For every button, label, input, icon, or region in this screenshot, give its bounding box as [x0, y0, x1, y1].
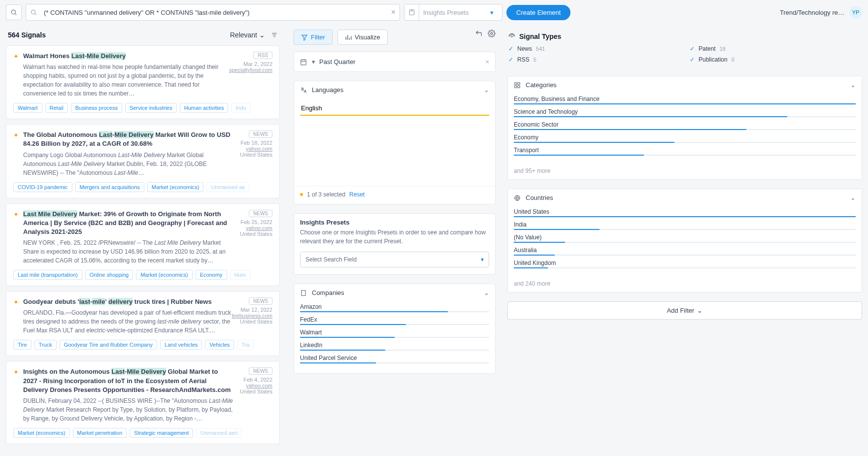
tag[interactable]: Unmanned ae [206, 182, 249, 192]
tag[interactable]: Tra [237, 340, 254, 350]
signal-card[interactable]: ✦Insights on the Autonomous Last-Mile De… [6, 361, 280, 444]
tag[interactable]: Land vehicles [160, 340, 202, 350]
undo-icon[interactable] [475, 30, 483, 45]
chevron-down-icon[interactable]: ⌄ [484, 86, 489, 94]
add-filter-button[interactable]: Add Filter ⌄ [507, 301, 862, 320]
visualize-button[interactable]: Visualize [337, 30, 388, 45]
signal-meta: NEWSFeb 4, 2022yahoo.comUnited States [240, 367, 272, 394]
bar-row[interactable]: Australia [514, 247, 856, 256]
signal-card[interactable]: ✦Goodyear debuts 'last-mile' delivery tr… [6, 291, 280, 356]
tag[interactable]: Market (economics) [13, 428, 70, 438]
bar-label: Australia [514, 247, 856, 254]
tag[interactable]: Last mile (transportation) [13, 270, 82, 280]
tag[interactable]: Market (economics) [147, 182, 204, 192]
tag[interactable]: Human activities [180, 103, 229, 113]
signal-snippet: NEW YORK , Feb. 25, 2022 /PRNewswire/ --… [23, 238, 233, 265]
categories-more[interactable]: and 95+ more [508, 165, 862, 179]
tag[interactable]: Business process [71, 103, 122, 113]
svg-rect-29 [518, 86, 520, 88]
tag[interactable]: COVID-19 pandemic [13, 182, 72, 192]
tag[interactable]: Service industries [125, 103, 177, 113]
settings-icon[interactable] [488, 30, 496, 45]
clear-search-icon[interactable]: × [391, 8, 396, 17]
signal-type-item[interactable]: ✓News541 [508, 45, 680, 52]
bar-row[interactable]: Transport [514, 147, 856, 156]
tag[interactable]: Retail [45, 103, 68, 113]
svg-point-25 [511, 36, 512, 37]
tag[interactable]: Truck [34, 340, 57, 350]
tag[interactable]: Strategic management [130, 428, 193, 438]
bar-row[interactable]: Economy [514, 134, 856, 143]
bar-row[interactable]: (No Value) [514, 234, 856, 243]
tag[interactable]: Indu [231, 103, 250, 113]
sort-dropdown[interactable]: Relevant ⌄ [230, 31, 265, 39]
bar-row[interactable]: Science and Technology [514, 108, 856, 117]
signals-count: 564 Signals [8, 31, 46, 39]
signal-card[interactable]: ✦Walmart Hones Last-Mile DeliveryWalmart… [6, 45, 280, 119]
create-element-button[interactable]: Create Element [506, 5, 570, 20]
chevron-down-icon[interactable]: ⌄ [484, 289, 489, 296]
insights-presets-select[interactable]: Insights Presets ▾ [404, 4, 502, 21]
language-input[interactable] [300, 101, 489, 116]
signal-card[interactable]: ✦The Global Autonomous Last-Mile Deliver… [6, 124, 280, 198]
close-icon[interactable]: × [485, 58, 489, 65]
bar-label: Amazon [300, 303, 489, 310]
chevron-down-icon[interactable]: ⌄ [850, 81, 856, 89]
countries-more[interactable]: and 240 more [508, 278, 862, 292]
signal-snippet: Company Logo Global Autonomous Last-Mile… [23, 151, 233, 177]
signal-source[interactable]: specialtyfood.com [229, 67, 272, 73]
signal-type-badge: NEWS [249, 367, 272, 375]
bar-track [514, 103, 856, 104]
chevron-down-icon[interactable]: ▾ [312, 58, 315, 65]
breadcrumb[interactable]: Trend/Technology re… [780, 9, 844, 16]
signal-source[interactable]: tirebusiness.com [232, 313, 272, 319]
global-search-button[interactable] [6, 4, 22, 20]
tag[interactable]: Goodyear Tire and Rubber Company [60, 340, 157, 350]
signal-type-item[interactable]: ✓Patent18 [690, 45, 861, 52]
tag[interactable]: Mergers and acquisitions [75, 182, 144, 192]
signal-type-item[interactable]: ✓RSS5 [508, 56, 680, 63]
signal-source[interactable]: yahoo.com [240, 146, 272, 152]
bar-row[interactable]: India [514, 221, 856, 230]
bar-row[interactable]: United Parcel Service [300, 355, 489, 363]
bar-row[interactable]: United States [514, 208, 856, 217]
building-icon [300, 290, 308, 296]
bar-fill [514, 116, 787, 117]
bar-label: India [514, 221, 856, 228]
tag[interactable]: Online shopping [85, 270, 134, 280]
tag[interactable]: Vehicles [205, 340, 234, 350]
presets-placeholder: Insights Presets [419, 9, 490, 16]
tag[interactable]: Hum [230, 270, 250, 280]
signal-type-item[interactable]: ✓Publication0 [690, 56, 861, 63]
bar-track [514, 255, 856, 256]
date-range-label[interactable]: Past Quarter [319, 58, 481, 65]
bar-track [300, 311, 489, 312]
bar-row[interactable]: Economic Sector [514, 121, 856, 130]
bar-track [514, 142, 856, 143]
bar-row[interactable]: Walmart [300, 329, 489, 338]
tag[interactable]: Economy [196, 270, 227, 280]
tag[interactable]: Market (economics) [136, 270, 193, 280]
bar-row[interactable]: Amazon [300, 303, 489, 312]
avatar[interactable]: YP [849, 6, 862, 19]
bar-row[interactable]: LinkedIn [300, 342, 489, 351]
signal-source[interactable]: yahoo.com [240, 383, 272, 389]
bar-row[interactable]: FedEx [300, 316, 489, 325]
tag[interactable]: Unmanned aeri [196, 428, 242, 438]
signal-date: Feb 25, 2022 [240, 219, 272, 225]
filter-button[interactable]: Filter [294, 30, 333, 45]
bar-row[interactable]: United Kingdom [514, 260, 856, 268]
bar-row[interactable]: Economy, Business and Finance [514, 96, 856, 104]
tag[interactable]: Walmart [13, 103, 42, 113]
tag[interactable]: Tire [13, 340, 32, 350]
sort-options-icon[interactable] [269, 30, 280, 40]
select-search-field[interactable]: Select Search Field ▾ [300, 252, 489, 267]
signal-card[interactable]: ✦Last Mile Delivery Market: 39% of Growt… [6, 203, 280, 287]
search-input[interactable] [44, 9, 391, 16]
tag[interactable]: Market penetration [73, 428, 127, 438]
reset-link[interactable]: Reset [349, 191, 365, 198]
signal-source[interactable]: yahoo.com [240, 225, 272, 231]
signal-snippet: ORLANDO, Fla.—Goodyear has developed a p… [23, 308, 233, 335]
chevron-down-icon[interactable]: ⌄ [850, 194, 856, 201]
visualize-label: Visualize [355, 33, 380, 41]
